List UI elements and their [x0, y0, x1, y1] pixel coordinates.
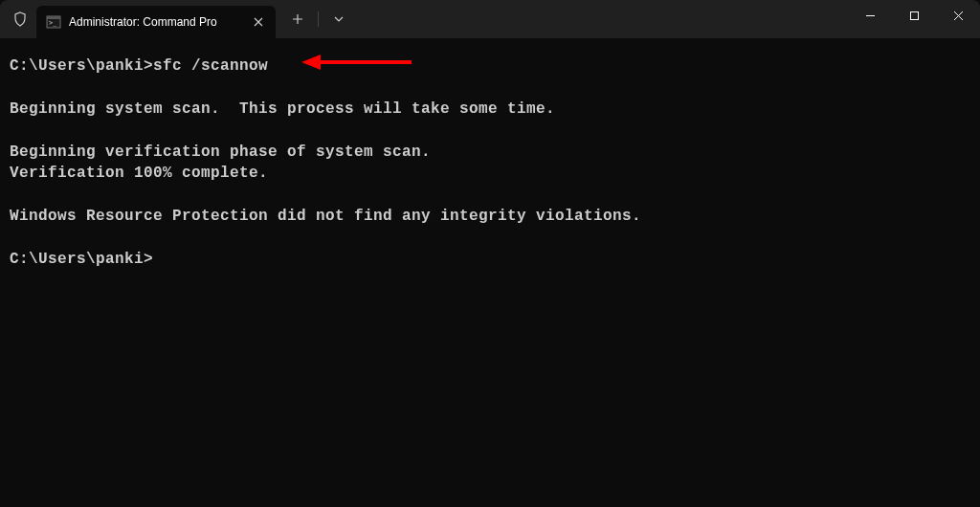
window-controls — [848, 0, 980, 38]
output-line: Beginning verification phase of system s… — [10, 143, 431, 161]
shield-icon — [11, 11, 29, 28]
minimize-button[interactable] — [848, 0, 892, 31]
tab-divider — [318, 11, 319, 27]
tab-dropdown-button[interactable] — [324, 5, 353, 33]
tab-title: Administrator: Command Pro — [69, 15, 243, 29]
maximize-button[interactable] — [892, 0, 936, 31]
prompt: C:\Users\panki> — [10, 57, 153, 75]
terminal-output[interactable]: C:\Users\panki>sfc /scannow Beginning sy… — [0, 38, 980, 287]
new-tab-button[interactable] — [283, 5, 312, 33]
titlebar: >_ Administrator: Command Pro — [0, 0, 980, 38]
command-text: sfc /scannow — [153, 57, 268, 75]
close-window-button[interactable] — [936, 0, 980, 31]
svg-text:>_: >_ — [49, 19, 57, 27]
cmd-icon: >_ — [46, 14, 61, 30]
output-line: Verification 100% complete. — [10, 165, 268, 182]
output-line: Beginning system scan. This process will… — [10, 100, 555, 118]
prompt: C:\Users\panki> — [10, 251, 153, 268]
output-line: Windows Resource Protection did not find… — [10, 208, 641, 225]
active-tab[interactable]: >_ Administrator: Command Pro — [36, 6, 276, 38]
tab-actions — [283, 5, 353, 33]
svg-rect-3 — [910, 11, 918, 19]
close-tab-button[interactable] — [251, 14, 266, 30]
